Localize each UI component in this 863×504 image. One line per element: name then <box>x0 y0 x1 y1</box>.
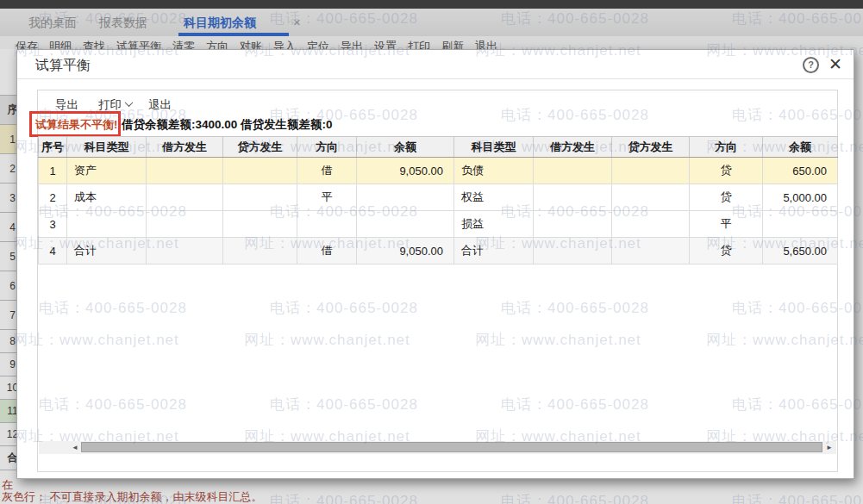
horizontal-scrollbar[interactable]: ◄ ► <box>39 441 836 454</box>
table-cell: 权益 <box>454 184 534 211</box>
column-header: 余额 <box>357 137 454 158</box>
column-header: 贷方发生 <box>223 137 297 158</box>
table-cell <box>223 158 297 184</box>
table-cell: 5,000.00 <box>763 184 838 211</box>
dialog-toolbar: 导出 打印 退出 <box>38 97 837 115</box>
scroll-right-icon[interactable]: ► <box>824 441 835 454</box>
table-cell: 9,050.00 <box>357 238 454 264</box>
dialog-title: 试算平衡 <box>35 57 91 75</box>
warning-detail: 借贷余额差额:3400.00 借贷发生额差额:0 <box>122 117 333 133</box>
table-row: 3损益平 <box>39 211 838 238</box>
table-cell: 贷 <box>690 238 763 264</box>
table-cell <box>612 158 690 184</box>
table-cell: 4 <box>39 238 67 264</box>
exit-button[interactable]: 退出 <box>148 97 172 113</box>
table-cell <box>612 184 690 211</box>
table-cell: 3 <box>39 211 67 238</box>
table-cell: 9,050.00 <box>357 158 454 184</box>
table-cell: 资产 <box>67 158 147 184</box>
table-cell: 1 <box>39 158 67 184</box>
screen: 我的桌面 报表数据 科目期初余额 × 保存明细查找试算平衡清零方向对账导入定位导… <box>0 0 863 504</box>
print-caret-icon <box>125 98 134 107</box>
table-cell: 2 <box>39 184 67 211</box>
table-cell: 650.00 <box>763 158 838 184</box>
table-row: 2成本平权益贷5,000.00 <box>39 184 838 211</box>
table-cell <box>223 238 297 264</box>
table-cell: 成本 <box>67 184 147 211</box>
warning-annotation-box: 试算结果不平衡! <box>29 111 121 137</box>
trial-balance-table: 序号科目类型借方发生贷方发生方向余额科目类型借方发生贷方发生方向余额 1资产借9… <box>38 136 838 264</box>
table-cell: 合计 <box>454 238 534 264</box>
table-cell <box>223 211 297 238</box>
column-header: 科目类型 <box>454 137 534 158</box>
table-cell <box>147 238 223 264</box>
close-icon[interactable]: ✕ <box>829 54 842 75</box>
table-cell <box>147 158 223 184</box>
table-cell: 损益 <box>454 211 534 238</box>
table-cell <box>147 184 223 211</box>
column-header: 余额 <box>763 137 838 158</box>
table-cell <box>357 184 454 211</box>
table-cell: 5,650.00 <box>763 238 838 264</box>
column-header: 科目类型 <box>67 137 147 158</box>
table-cell: 借 <box>297 238 357 264</box>
column-header: 方向 <box>297 137 357 158</box>
column-header: 方向 <box>690 137 763 158</box>
table-cell <box>223 184 297 211</box>
table-cell <box>534 211 612 238</box>
table-cell <box>534 238 612 264</box>
trial-balance-dialog: 试算平衡 ? ✕ 导出 打印 退出 试算结果不平衡! 借贷余额差额:3400.0… <box>16 49 854 479</box>
table-cell: 平 <box>690 211 763 238</box>
table-cell: 负债 <box>454 158 534 184</box>
table-cell <box>534 184 612 211</box>
table-cell <box>612 238 690 264</box>
table-body: 1资产借9,050.00负债贷650.002成本平权益贷5,000.003损益平… <box>39 158 838 264</box>
table-cell <box>297 211 357 238</box>
table-cell: 贷 <box>690 158 763 184</box>
h-scrollbar-thumb[interactable] <box>81 442 822 452</box>
dialog-panel: 导出 打印 退出 试算结果不平衡! 借贷余额差额:3400.00 借贷发生额差额… <box>37 90 838 472</box>
table-cell <box>612 211 690 238</box>
table-row: 1资产借9,050.00负债贷650.00 <box>39 158 838 184</box>
table-cell: 合计 <box>67 238 147 264</box>
table-header-row: 序号科目类型借方发生贷方发生方向余额科目类型借方发生贷方发生方向余额 <box>39 137 838 158</box>
table-cell <box>147 211 223 238</box>
warning-text: 试算结果不平衡! <box>35 117 117 133</box>
table-cell: 贷 <box>690 184 763 211</box>
table-cell <box>763 211 838 238</box>
column-header: 贷方发生 <box>612 137 690 158</box>
column-header: 序号 <box>39 137 67 158</box>
table-cell: 借 <box>297 158 357 184</box>
column-header: 借方发生 <box>147 137 223 158</box>
table-cell: 平 <box>297 184 357 211</box>
dialog-header: 试算平衡 ? ✕ <box>17 50 854 79</box>
table-cell <box>534 158 612 184</box>
column-header: 借方发生 <box>534 137 612 158</box>
table-cell <box>357 211 454 238</box>
table-row: 4合计借9,050.00合计贷5,650.00 <box>39 238 838 264</box>
scroll-left-icon[interactable]: ◄ <box>70 441 80 454</box>
help-icon[interactable]: ? <box>803 57 819 73</box>
table-cell <box>67 211 147 238</box>
